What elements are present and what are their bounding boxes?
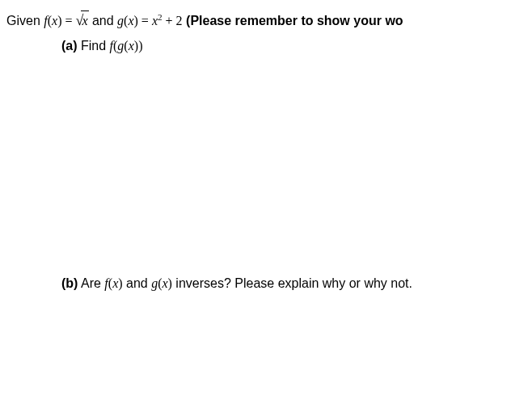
part-b-line: (b) Are f(x) and g(x) inverses? Please e… xyxy=(61,274,526,293)
g-rhs-tail: + 2 xyxy=(163,14,183,27)
g-symbol: g xyxy=(117,14,124,27)
sqrt-arg: x xyxy=(81,11,88,31)
part-b-and: and xyxy=(123,276,152,290)
g-close-eq: ) = xyxy=(134,14,152,27)
part-a-text: Find xyxy=(78,39,110,53)
f-close-eq: ) = xyxy=(57,14,75,27)
reminder-text: (Please remember to show your wo xyxy=(183,14,403,27)
and-text: and xyxy=(89,14,118,27)
sqrt-expression: √x xyxy=(76,10,89,32)
part-b-g-x: x xyxy=(162,276,167,290)
g-rhs-x: x xyxy=(152,14,158,27)
part-b-text1: Are xyxy=(78,276,104,290)
given-prefix: Given xyxy=(6,14,44,27)
part-a-x: x xyxy=(129,39,134,53)
part-a-close: )) xyxy=(134,39,143,53)
part-a-line: (a) Find f(g(x)) xyxy=(61,36,526,56)
given-line: Given f(x) = √x and g(x) = x2 + 2 (Pleas… xyxy=(6,10,526,32)
g-arg-x: x xyxy=(128,14,133,27)
part-b-g: g xyxy=(151,276,158,290)
part-b-text2: inverses? Please explain why or why not. xyxy=(172,276,412,290)
part-a-label: (a) xyxy=(61,39,78,53)
part-b-label: (b) xyxy=(61,276,78,290)
